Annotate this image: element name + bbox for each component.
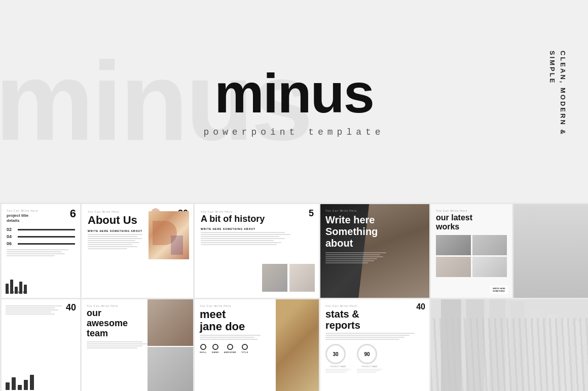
work-thumb-4 [472,257,507,277]
slide-tag: You Can Write Here [325,304,424,307]
line-number: 06 [7,241,16,246]
chart-bar [24,380,28,390]
stat-number-2: 90 [364,351,370,357]
name-icon-item: NAME [212,344,219,354]
slide-history: 5 You Can Write Here A bit of history WR… [195,204,319,298]
line-bar [18,229,75,230]
stat-number-1: 30 [333,351,338,357]
text-line [87,347,137,348]
svg-rect-7 [562,319,571,391]
text-line [6,305,62,306]
stat-text-line [357,369,382,370]
label-box: WRITE HERESOMETHING [490,286,508,294]
skill-label: SKILL [200,351,207,354]
text-line [88,244,132,245]
bar-chart [6,372,34,390]
slide-content: You Can Write Here Write hereSomethingab… [325,209,386,264]
team-photo-2 [148,347,193,392]
stats-row: 30 PROJECT NAME 90 PROJECT NAME [325,344,424,373]
stat-text-line [325,370,348,371]
text-line [88,234,142,235]
stat-label-2: PROJECT NAME [357,365,382,368]
slide-stats-reports: 40 You Can Write Here stats &reports 30 … [320,299,429,391]
body-text-lines [325,252,386,263]
line-item: 06 [7,241,75,246]
line-number: 02 [7,227,16,232]
text-line [325,337,405,338]
slide-title: our latestworks [436,213,507,232]
stat-description-2 [357,369,382,373]
text-line [88,248,127,249]
slide-row2-left: 40 [2,299,80,391]
stat-circle-2: 90 [357,344,377,364]
thumbnail-2 [289,264,315,292]
chart-bar [6,284,9,294]
slide-number: 6 [70,207,76,220]
text-line [325,333,415,334]
text-line [201,240,274,241]
text-line [87,345,142,346]
slide-latest-works: You Can Write Here our latestworks WRITE… [431,204,512,298]
work-thumb-2 [472,235,507,255]
stat-description-1 [325,369,351,373]
stat-text-line [325,372,346,373]
text-line [201,236,279,237]
slide-number: 40 [66,302,76,313]
slide-edge-right-1 [513,204,588,298]
text-line [6,311,51,312]
stat-text-line [357,372,376,373]
line-item: 02 [7,227,75,232]
chart-bar [6,382,10,390]
line-item: 04 [7,234,75,239]
text-line [325,335,410,336]
chart-bar [24,285,27,294]
text-line [201,232,285,233]
svg-rect-4 [510,301,525,391]
hero-section: minus minus powerpoint template CLEAN, M… [0,0,588,203]
slide-title: stats &reports [325,308,424,331]
name-icon [212,344,218,350]
slides-grid: 6 You Can Write Here project titledetail… [0,203,588,391]
stat-text-line [325,369,351,370]
stat-item-1: 30 PROJECT NAME [325,344,351,373]
chart-bar [18,385,22,390]
team-photos [148,299,193,391]
bar-chart [6,279,27,294]
slide-arch-edge [431,299,588,391]
awesome-label: AWESOME [224,351,236,354]
title-icon-item: TITLE [241,344,248,354]
text-line [88,236,137,237]
artwork-image [149,211,189,259]
text-line [7,255,55,256]
slide-tag: You Can Write Here [7,209,75,212]
slide-title: A bit of history [201,214,313,224]
slide-tag: You Can Write Here [325,209,386,212]
chart-bar [19,282,22,294]
chart-bar [10,280,13,294]
slide-number: 5 [309,208,314,219]
svg-rect-8 [575,322,583,391]
text-line [87,343,148,344]
text-line [325,258,377,259]
slide-about-us: 30 You Can Write Here About Us WRITE HER… [82,204,193,298]
awesome-icon-item: AWESOME [224,344,236,354]
photo-graphic [276,299,319,391]
line-bar [18,243,75,245]
name-label: NAME [212,351,219,354]
slide-number: 40 [416,302,425,311]
text-line [88,242,139,243]
slide-tag: You Can Write Here [436,209,507,212]
text-line [87,341,142,342]
text-line [6,314,55,315]
edge-graphic [513,204,588,298]
work-thumb-3 [436,257,471,277]
text-line [88,240,135,241]
svg-rect-5 [530,308,542,391]
slide-awesome-team: 17 You Can Write Here ourawesometeam [82,299,193,391]
sub-label: WRITE HERE SOMETHING ABOUT [201,227,313,230]
team-photo-1 [148,299,193,346]
text-line [6,309,58,310]
slide-title: Write hereSomethingabout [325,214,386,249]
arch-photo [431,299,588,391]
painting-graphic [149,211,189,259]
